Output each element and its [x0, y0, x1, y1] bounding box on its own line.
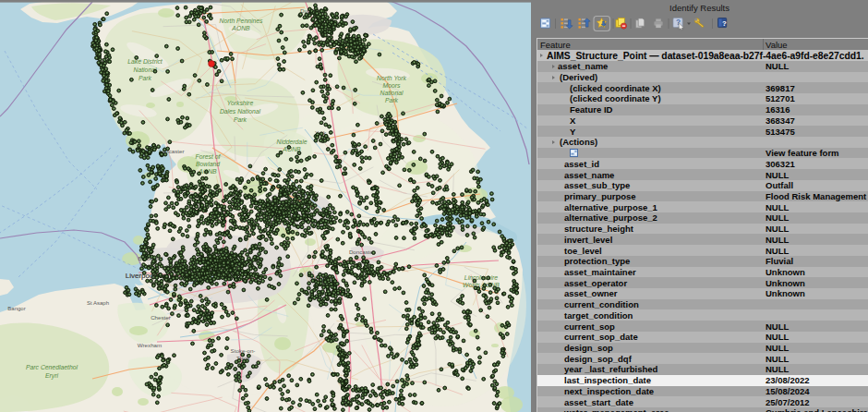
svg-text:St Asaph: St Asaph	[87, 300, 109, 306]
svg-text:National: National	[380, 90, 404, 96]
svg-text:Eryri: Eryri	[45, 372, 58, 380]
svg-text:North York: North York	[377, 75, 407, 81]
svg-text:Doncaster: Doncaster	[349, 248, 375, 255]
svg-text:AONB: AONB	[231, 25, 250, 31]
svg-text:Dales National: Dales National	[220, 108, 261, 115]
svg-text:Forest of: Forest of	[196, 153, 222, 160]
svg-text:Lincolnshire: Lincolnshire	[464, 274, 498, 281]
svg-text:?: ?	[722, 19, 727, 28]
svg-text:Bangor: Bangor	[7, 306, 25, 311]
svg-text:Park: Park	[139, 75, 152, 81]
svg-text:North Pennines: North Pennines	[220, 18, 263, 24]
svg-text:Yorkshire: Yorkshire	[227, 100, 254, 106]
svg-text:Parc Cenedlaethol: Parc Cenedlaethol	[26, 364, 78, 370]
svg-text:Wrexham: Wrexham	[138, 342, 162, 348]
svg-text:Nidderdale: Nidderdale	[277, 139, 307, 145]
svg-text:Liverpool: Liverpool	[126, 272, 156, 280]
svg-text:Park: Park	[234, 116, 247, 123]
svg-text:Moors: Moors	[383, 82, 401, 89]
svg-text:Lake District: Lake District	[127, 58, 163, 65]
svg-text:Park: Park	[385, 97, 399, 103]
svg-text:Bowland: Bowland	[196, 161, 220, 167]
svg-text:Chester: Chester	[151, 314, 171, 321]
